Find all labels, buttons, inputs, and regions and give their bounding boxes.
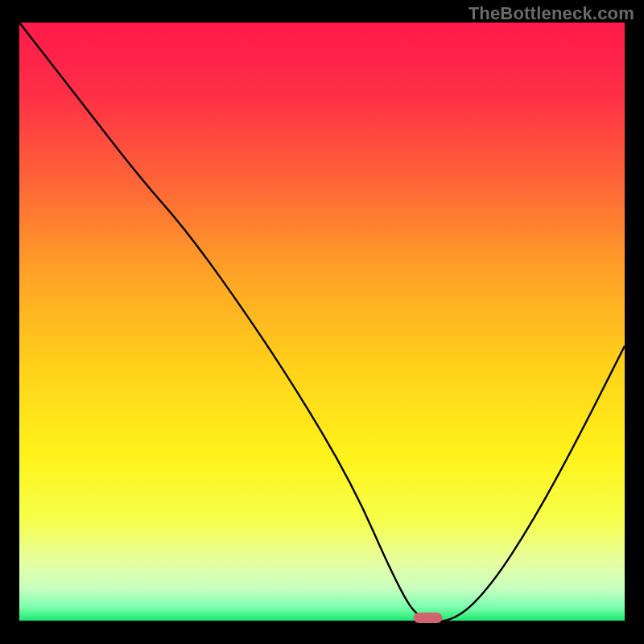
chart-svg — [0, 0, 644, 644]
optimal-marker — [414, 613, 443, 623]
plot-area — [19, 23, 625, 621]
watermark-text: TheBottleneck.com — [469, 3, 634, 24]
chart-frame: TheBottleneck.com — [0, 0, 644, 644]
